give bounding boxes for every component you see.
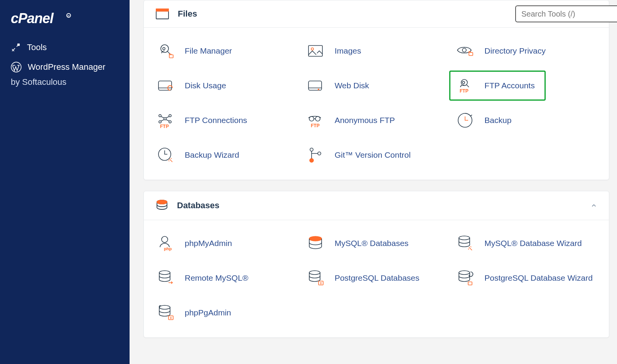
remote-mysql-icon	[155, 267, 176, 289]
svg-rect-5	[156, 11, 169, 19]
phpmyadmin-icon: php	[155, 233, 176, 254]
tool-anonymous-ftp[interactable]: FTP Anonymous FTP	[303, 109, 450, 132]
sidebar-item-wordpress[interactable]: WordPress Manager	[0, 57, 130, 77]
tool-label: Backup	[484, 116, 511, 125]
tool-label: PostgreSQL Databases	[335, 273, 420, 283]
cpanel-logo: cPanel R	[0, 7, 130, 38]
tool-file-manager[interactable]: File Manager	[153, 39, 300, 62]
tool-label: phpPgAdmin	[185, 308, 231, 317]
sidebar-item-tools[interactable]: Tools	[0, 38, 130, 57]
svg-point-44	[459, 271, 470, 275]
tool-ftp-connections[interactable]: FTP FTP Connections	[153, 109, 300, 132]
svg-point-40	[459, 236, 470, 240]
svg-point-27	[309, 116, 314, 121]
chevron-up-icon	[590, 202, 597, 209]
tool-phppgadmin[interactable]: phpPgAdmin	[153, 301, 300, 324]
web-disk-icon	[305, 75, 326, 96]
svg-point-36	[157, 200, 167, 204]
tool-label: FTP Connections	[185, 116, 247, 125]
tool-pg-wizard[interactable]: PostgreSQL Database Wizard	[453, 266, 600, 290]
svg-point-37	[162, 236, 168, 243]
phppgadmin-icon	[155, 302, 176, 324]
tool-mysql-db[interactable]: MySQL® Databases	[303, 232, 450, 255]
section-header-databases[interactable]: Databases	[144, 191, 609, 220]
tool-label: Git™ Version Control	[335, 150, 411, 160]
svg-text:R: R	[67, 14, 70, 18]
wordpress-icon	[11, 62, 22, 72]
pg-db-icon	[305, 267, 326, 289]
tool-label: Images	[335, 46, 361, 56]
tool-pg-db[interactable]: PostgreSQL Databases	[303, 266, 450, 290]
svg-point-39	[309, 236, 322, 241]
svg-point-32	[310, 148, 313, 151]
databases-grid: php phpMyAdmin MySQL® Databases	[144, 220, 609, 337]
svg-rect-10	[308, 46, 322, 56]
svg-point-17	[318, 89, 319, 90]
svg-rect-47	[169, 316, 173, 320]
ftp-connections-icon: FTP	[155, 110, 176, 131]
svg-point-11	[311, 48, 314, 50]
svg-rect-16	[308, 81, 322, 90]
mysql-db-icon	[305, 233, 326, 254]
svg-point-34	[318, 152, 321, 155]
tool-phpmyadmin[interactable]: php phpMyAdmin	[153, 232, 300, 255]
tool-label: Anonymous FTP	[335, 116, 395, 125]
tool-label: Directory Privacy	[484, 46, 546, 56]
tool-label: MySQL® Databases	[335, 239, 409, 248]
tool-label: Web Disk	[335, 81, 369, 90]
tool-images[interactable]: Images	[303, 39, 450, 62]
sidebar-item-label: Tools	[27, 42, 47, 52]
tool-directory-privacy[interactable]: Directory Privacy	[453, 39, 600, 62]
svg-point-15	[170, 89, 171, 90]
svg-text:FTP: FTP	[311, 123, 320, 128]
tool-web-disk[interactable]: Web Disk	[303, 74, 450, 97]
svg-point-42	[309, 271, 320, 275]
directory-privacy-icon	[454, 40, 476, 62]
images-icon	[305, 40, 326, 62]
backup-wizard-icon	[155, 144, 176, 166]
git-icon	[305, 144, 326, 166]
tool-label: File Manager	[185, 46, 232, 56]
svg-rect-13	[469, 52, 473, 56]
tool-backup-wizard[interactable]: Backup Wizard	[153, 143, 300, 167]
svg-point-19	[462, 81, 465, 84]
search-input[interactable]	[515, 5, 617, 22]
tool-label: FTP Accounts	[484, 81, 534, 90]
database-icon	[155, 199, 169, 212]
svg-point-46	[159, 305, 170, 309]
tools-icon	[11, 42, 21, 52]
tool-git[interactable]: Git™ Version Control	[303, 143, 450, 167]
svg-rect-6	[156, 9, 169, 11]
svg-rect-9	[169, 55, 173, 58]
disk-usage-icon	[155, 75, 176, 96]
section-title: Databases	[177, 201, 590, 211]
files-grid: File Manager Images	[144, 28, 609, 180]
tool-label: MySQL® Database Wizard	[484, 239, 582, 248]
svg-point-8	[163, 47, 165, 50]
anonymous-ftp-icon: FTP	[305, 110, 326, 131]
tool-label: Disk Usage	[185, 81, 226, 90]
svg-text:cPanel: cPanel	[11, 11, 54, 26]
svg-text:php: php	[164, 246, 172, 251]
tool-mysql-wizard[interactable]: MySQL® Database Wizard	[453, 232, 600, 255]
tool-label: Remote MySQL®	[185, 273, 248, 283]
svg-text:FTP: FTP	[160, 124, 169, 129]
svg-point-33	[310, 158, 314, 162]
tool-label: Backup Wizard	[185, 150, 239, 160]
main-content: Files File Manager	[130, 0, 617, 364]
sidebar-item-label: WordPress Manager	[28, 62, 105, 72]
backup-icon	[454, 110, 476, 131]
tool-disk-usage[interactable]: Disk Usage	[153, 74, 300, 97]
sidebar: cPanel R Tools WordPress Manager by Soft…	[0, 0, 130, 364]
svg-point-12	[462, 48, 466, 52]
mysql-wizard-icon	[454, 233, 476, 254]
tool-remote-mysql[interactable]: Remote MySQL®	[153, 266, 300, 290]
svg-point-41	[159, 271, 170, 275]
file-manager-icon	[155, 40, 176, 62]
section-files: Files File Manager	[143, 0, 609, 180]
tool-ftp-accounts[interactable]: FTP FTP Accounts	[449, 71, 546, 101]
svg-point-28	[315, 116, 320, 121]
search-wrap	[515, 5, 617, 22]
folder-icon	[155, 8, 169, 20]
tool-backup[interactable]: Backup	[453, 109, 600, 132]
